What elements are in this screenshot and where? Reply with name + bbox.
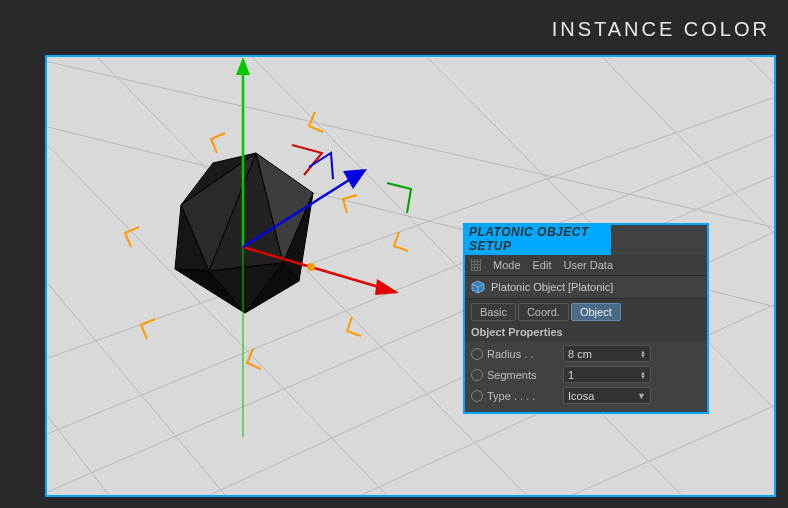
svg-line-13 [747, 57, 776, 127]
attribute-panel[interactable]: PLATONIC OBJECT SETUP Mode Edit User Dat… [463, 223, 709, 414]
radius-input[interactable]: 8 cm ▲▼ [563, 345, 651, 362]
viewport[interactable]: PLATONIC OBJECT SETUP Mode Edit User Dat… [45, 55, 776, 497]
property-list: Radius . . 8 cm ▲▼ Segments 1 ▲▼ Type . … [465, 341, 707, 412]
spinner-icon[interactable]: ▲▼ [640, 371, 646, 379]
prop-label: Type . . . . [487, 390, 559, 402]
svg-point-32 [307, 263, 315, 271]
platonic-icon [471, 280, 485, 294]
menu-edit[interactable]: Edit [533, 259, 552, 271]
prop-type: Type . . . . Icosa ▼ [471, 385, 701, 406]
section-header: Object Properties [465, 321, 707, 341]
prop-segments: Segments 1 ▲▼ [471, 364, 701, 385]
anim-dot-icon[interactable] [471, 348, 483, 360]
tab-coord[interactable]: Coord. [518, 303, 569, 321]
tab-strip: Basic Coord. Object [465, 299, 707, 321]
svg-line-6 [47, 57, 776, 237]
page-title: INSTANCE COLOR [552, 18, 770, 41]
spinner-icon[interactable]: ▲▼ [640, 350, 646, 358]
panel-menubar: Mode Edit User Data [465, 255, 707, 276]
svg-marker-26 [236, 57, 250, 75]
prop-radius: Radius . . 8 cm ▲▼ [471, 343, 701, 364]
type-dropdown[interactable]: Icosa ▼ [563, 387, 651, 404]
chevron-down-icon: ▼ [637, 391, 646, 401]
brand-mark: ✲ octanerender™ [0, 391, 4, 496]
svg-marker-29 [375, 279, 399, 295]
grip-icon[interactable] [471, 259, 481, 271]
tab-object[interactable]: Object [571, 303, 621, 321]
menu-userdata[interactable]: User Data [564, 259, 614, 271]
anim-dot-icon[interactable] [471, 390, 483, 402]
svg-marker-31 [343, 169, 367, 189]
object-name: Platonic Object [Platonic] [491, 281, 613, 293]
segments-input[interactable]: 1 ▲▼ [563, 366, 651, 383]
prop-label: Radius . . [487, 348, 559, 360]
anim-dot-icon[interactable] [471, 369, 483, 381]
panel-title: PLATONIC OBJECT SETUP [463, 223, 611, 255]
svg-line-15 [47, 312, 157, 497]
swirl-logo-icon: ✲ [0, 477, 3, 496]
object-row[interactable]: Platonic Object [Platonic] [465, 276, 707, 299]
menu-mode[interactable]: Mode [493, 259, 521, 271]
tab-basic[interactable]: Basic [471, 303, 516, 321]
prop-label: Segments [487, 369, 559, 381]
